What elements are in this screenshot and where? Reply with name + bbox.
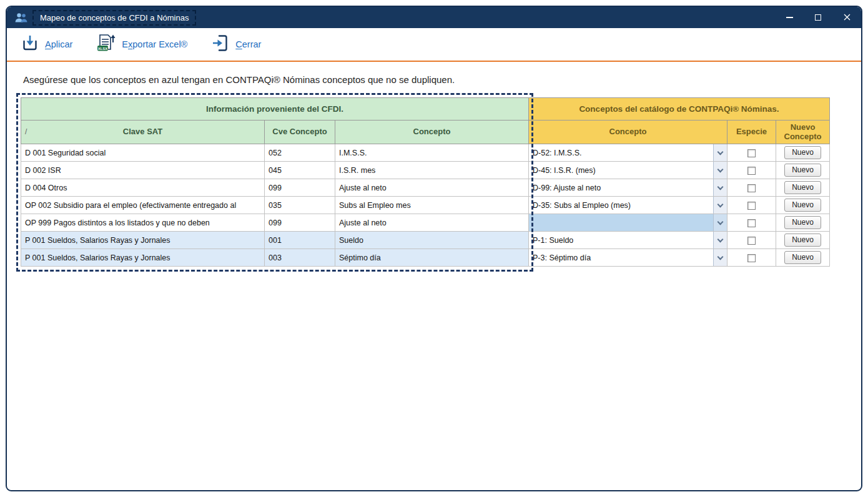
clave-sat-cell: P 001 Sueldos, Salarios Rayas y Jornales — [21, 249, 265, 267]
nuevo-cell: Nuevo — [776, 162, 830, 179]
dropdown-arrow-button[interactable] — [713, 197, 727, 214]
chevron-down-icon — [718, 149, 724, 155]
dropdown-arrow-button[interactable] — [713, 249, 727, 266]
nuevo-cell: Nuevo — [776, 249, 830, 267]
especie-checkbox[interactable] — [747, 184, 756, 192]
especie-checkbox[interactable] — [747, 202, 756, 210]
concepto-dropdown-value: D-45: I.S.R. (mes) — [529, 162, 713, 179]
table-row: OP 002 Subsidio para el empleo (efectiva… — [21, 197, 830, 214]
window-title: Mapeo de conceptos de CFDI a Nóminas — [32, 10, 196, 26]
aplicar-label: Aplicar — [45, 39, 72, 49]
concepto-dropdown[interactable]: D-45: I.S.R. (mes) — [529, 162, 727, 179]
especie-cell — [727, 232, 776, 249]
mapped-concept-cell: D-35: Subs al Empleo (mes) — [529, 197, 727, 214]
title-bar[interactable]: Mapeo de conceptos de CFDI a Nóminas — [7, 7, 861, 28]
especie-cell — [727, 144, 776, 162]
table-row: D 004 Otros 099 Ajuste al neto D-99: Aju… — [21, 179, 830, 197]
dropdown-arrow-button[interactable] — [713, 214, 727, 231]
nuevo-cell: Nuevo — [776, 214, 830, 232]
mapped-concept-cell: D-99: Ajuste al neto — [529, 179, 727, 197]
app-window: Mapeo de conceptos de CFDI a Nóminas — [6, 6, 862, 491]
table-row: OP 999 Pagos distintos a los listados y … — [21, 214, 830, 232]
table-row: P 001 Sueldos, Salarios Rayas y Jornales… — [21, 249, 830, 267]
clave-sat-label: Clave SAT — [123, 127, 162, 136]
xlsx-badge: XLSX — [98, 47, 108, 51]
especie-checkbox[interactable] — [747, 167, 756, 175]
mapped-concept-cell: D-45: I.S.R. (mes) — [529, 162, 727, 179]
concepto-dropdown[interactable]: D-52: I.M.S.S. — [529, 144, 727, 161]
nuevo-button[interactable]: Nuevo — [784, 146, 821, 159]
minimize-button[interactable] — [775, 7, 804, 28]
group-header-row: Información proveniente del CFDI. Concep… — [21, 98, 830, 121]
concepto-dropdown-value: D-52: I.M.S.S. — [529, 144, 713, 161]
concepto-dropdown[interactable]: D-35: Subs al Empleo (mes) — [529, 197, 727, 214]
concepto-dropdown-value: D-99: Ajuste al neto — [529, 179, 713, 196]
cve-concepto-cell: 099 — [265, 214, 335, 232]
accesskey-part: C — [235, 39, 242, 49]
column-header-concepto-cfdi: Concepto — [335, 121, 529, 144]
concepto-cfdi-cell: Ajuste al neto — [335, 214, 529, 232]
column-header-row: / Clave SAT Cve Concepto Concepto Concep… — [21, 121, 830, 144]
apply-icon — [21, 34, 39, 55]
table-row: D 001 Seguridad social 052 I.M.S.S. D-52… — [21, 144, 830, 162]
nuevo-button[interactable]: Nuevo — [784, 164, 821, 176]
cve-concepto-cell: 099 — [265, 179, 335, 197]
concepto-cfdi-cell: I.M.S.S. — [335, 144, 529, 162]
concepto-cfdi-cell: Subs al Empleo mes — [335, 197, 529, 214]
especie-checkbox[interactable] — [747, 237, 756, 245]
exportar-excel-button[interactable]: XLSX Exportar Excel® — [96, 34, 187, 55]
accesskey-part: A — [45, 39, 51, 49]
clave-sat-cell: D 004 Otros — [21, 179, 265, 197]
especie-checkbox[interactable] — [747, 254, 756, 262]
chevron-down-icon — [718, 184, 724, 190]
nuevo-cell: Nuevo — [776, 232, 830, 249]
dropdown-arrow-button[interactable] — [713, 179, 727, 196]
especie-checkbox[interactable] — [747, 149, 756, 157]
concepto-dropdown[interactable]: P-1: Sueldo — [529, 232, 727, 248]
table-body: D 001 Seguridad social 052 I.M.S.S. D-52… — [21, 144, 830, 267]
window-controls — [775, 7, 861, 28]
nuevo-button[interactable]: Nuevo — [784, 216, 821, 229]
nuevo-button[interactable]: Nuevo — [784, 181, 821, 194]
mapping-grid-container: Información proveniente del CFDI. Concep… — [21, 97, 831, 267]
table-row: D 002 ISR 045 I.S.R. mes D-45: I.S.R. (m… — [21, 162, 830, 179]
concepto-dropdown[interactable]: D-99: Ajuste al neto — [529, 179, 727, 196]
concepto-dropdown[interactable]: P-3: Séptimo día — [529, 249, 727, 266]
chevron-down-icon — [718, 253, 724, 260]
cerrar-label: Cerrar — [235, 39, 261, 49]
aplicar-button[interactable]: Aplicar — [21, 34, 72, 55]
cve-concepto-cell: 003 — [265, 249, 335, 267]
clave-sat-cell: OP 999 Pagos distintos a los listados y … — [21, 214, 265, 232]
clave-sat-cell: D 001 Seguridad social — [21, 144, 265, 162]
mapping-table: Información proveniente del CFDI. Concep… — [21, 97, 830, 267]
table-row: P 001 Sueldos, Salarios Rayas y Jornales… — [21, 232, 830, 249]
column-header-nuevo-concepto: Nuevo Concepto — [776, 121, 830, 144]
cve-concepto-cell: 052 — [265, 144, 335, 162]
dropdown-arrow-button[interactable] — [713, 162, 727, 179]
concepto-dropdown[interactable] — [529, 214, 727, 231]
clave-sat-cell: P 001 Sueldos, Salarios Rayas y Jornales — [21, 232, 265, 249]
cerrar-button[interactable]: Cerrar — [211, 34, 261, 55]
users-app-icon — [14, 12, 28, 23]
mapped-concept-cell: P-1: Sueldo — [529, 232, 727, 249]
concepto-dropdown-value — [529, 214, 713, 231]
especie-checkbox[interactable] — [747, 219, 756, 227]
nuevo-button[interactable]: Nuevo — [784, 199, 821, 211]
nuevo-button[interactable]: Nuevo — [784, 234, 821, 246]
especie-cell — [727, 197, 776, 214]
chevron-down-icon — [718, 201, 724, 207]
concepto-cfdi-cell: I.S.R. mes — [335, 162, 529, 179]
nuevo-button[interactable]: Nuevo — [784, 251, 821, 263]
chevron-down-icon — [718, 236, 724, 242]
maximize-button[interactable] — [804, 7, 832, 28]
dropdown-arrow-button[interactable] — [713, 232, 727, 248]
mapped-concept-cell: P-3: Séptimo día — [529, 249, 727, 267]
especie-cell — [727, 249, 776, 267]
column-header-especie: Especie — [727, 121, 776, 144]
especie-cell — [727, 179, 776, 197]
instruction-text: Asegúrese que los conceptos en azul teng… — [7, 62, 861, 91]
close-button[interactable] — [832, 7, 861, 28]
cfdi-group-header: Información proveniente del CFDI. — [21, 98, 529, 121]
dropdown-arrow-button[interactable] — [713, 144, 727, 161]
nuevo-cell: Nuevo — [776, 179, 830, 197]
